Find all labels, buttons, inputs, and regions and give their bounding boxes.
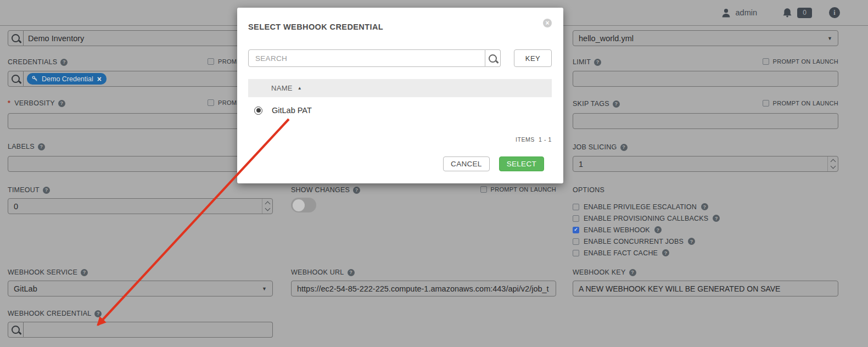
webhook-credential-lookup-button[interactable] xyxy=(8,322,24,338)
timeout-label: TIMEOUT xyxy=(8,186,50,194)
credentials-input[interactable]: Demo Credential × xyxy=(24,71,273,87)
step-down-icon[interactable] xyxy=(830,164,836,169)
sort-ascending-icon[interactable]: ▲ xyxy=(298,86,302,91)
option-enable-privilege-escalation[interactable]: ENABLE PRIVILEGE ESCALATION xyxy=(573,201,720,212)
help-icon[interactable] xyxy=(594,59,601,66)
prompt-checkbox[interactable] xyxy=(208,58,214,65)
select-webhook-credential-modal: SELECT WEBHOOK CREDENTIAL × KEY NAME ▲ G… xyxy=(237,8,563,183)
credential-name: GitLab PAT xyxy=(272,106,312,115)
help-icon[interactable] xyxy=(701,203,708,210)
help-icon[interactable] xyxy=(81,269,88,276)
help-icon[interactable] xyxy=(662,249,669,256)
webhook-url-label: WEBHOOK URL xyxy=(291,268,355,276)
webhook-credential-input[interactable] xyxy=(24,322,273,338)
select-button[interactable]: SELECT xyxy=(499,156,544,171)
checkbox[interactable] xyxy=(573,215,579,222)
webhook-url-value: https://ec2-54-85-222-225.compute-1.amaz… xyxy=(291,281,556,296)
option-enable-concurrent-jobs[interactable]: ENABLE CONCURRENT JOBS xyxy=(573,236,720,247)
user-menu[interactable]: admin xyxy=(721,8,758,18)
option-enable-fact-cache[interactable]: ENABLE FACT CACHE xyxy=(573,247,720,259)
timeout-input[interactable] xyxy=(8,198,273,214)
info-icon[interactable]: i xyxy=(829,7,840,18)
show-changes-prompt-on-launch: PROMPT ON LAUNCH xyxy=(480,186,557,193)
help-icon[interactable] xyxy=(60,59,68,66)
webhook-service-label: WEBHOOK SERVICE xyxy=(8,268,88,276)
webhook-credential-label: WEBHOOK CREDENTIAL xyxy=(8,310,102,317)
chevron-down-icon: ▼ xyxy=(827,36,832,41)
name-column-header[interactable]: NAME xyxy=(271,84,293,92)
help-icon[interactable] xyxy=(43,187,50,194)
webhook-service-select[interactable]: GitLab ▼ xyxy=(8,281,273,296)
help-icon[interactable] xyxy=(654,226,662,233)
search-icon xyxy=(12,34,20,42)
help-icon[interactable] xyxy=(353,187,360,194)
notifications-button[interactable] xyxy=(782,8,792,18)
remove-tag-icon[interactable]: × xyxy=(97,75,102,83)
key-button[interactable]: KEY xyxy=(514,49,552,67)
verbosity-select[interactable] xyxy=(8,113,273,129)
bell-icon xyxy=(782,8,792,18)
inventory-lookup-button[interactable] xyxy=(8,30,24,46)
credential-row[interactable]: GitLab PAT xyxy=(248,102,552,119)
help-icon[interactable] xyxy=(38,143,45,150)
key-icon xyxy=(32,76,38,82)
cancel-button[interactable]: CANCEL xyxy=(443,156,490,171)
show-changes-label: SHOW CHANGES xyxy=(291,186,360,194)
chevron-down-icon: ▼ xyxy=(262,286,267,292)
checkbox[interactable] xyxy=(573,227,579,233)
job-slicing-label: JOB SLICING xyxy=(573,143,628,151)
checkbox[interactable] xyxy=(573,204,579,210)
help-icon[interactable] xyxy=(613,100,620,108)
limit-input[interactable] xyxy=(573,71,838,87)
prompt-checkbox[interactable] xyxy=(763,100,769,107)
options-checkbox-list: ENABLE PRIVILEGE ESCALATION ENABLE PROVI… xyxy=(573,201,720,259)
help-icon[interactable] xyxy=(94,310,102,317)
job-slicing-field-group xyxy=(573,156,838,172)
credential-tag[interactable]: Demo Credential × xyxy=(27,73,107,85)
number-stepper[interactable] xyxy=(262,199,272,214)
prompt-checkbox[interactable] xyxy=(763,58,769,65)
help-icon[interactable] xyxy=(629,269,636,276)
skip-tags-prompt-on-launch: PROMPT ON LAUNCH xyxy=(763,100,839,107)
close-icon[interactable]: × xyxy=(543,19,552,27)
options-label: OPTIONS xyxy=(573,186,604,194)
step-down-icon[interactable] xyxy=(265,206,270,211)
option-enable-webhook[interactable]: ENABLE WEBHOOK xyxy=(573,224,720,236)
checkbox[interactable] xyxy=(573,238,579,245)
skip-tags-input[interactable] xyxy=(573,113,838,129)
skip-tags-label: SKIP TAGS xyxy=(573,100,620,108)
playbook-select[interactable]: hello_world.yml ▼ xyxy=(573,30,838,46)
help-icon[interactable] xyxy=(620,144,628,151)
prompt-checkbox[interactable] xyxy=(208,99,214,106)
show-changes-toggle[interactable] xyxy=(291,198,316,212)
search-icon xyxy=(489,54,497,63)
webhook-key-label: WEBHOOK KEY xyxy=(573,268,636,276)
help-icon[interactable] xyxy=(713,215,720,222)
notification-count-badge[interactable]: 0 xyxy=(797,8,812,18)
inventory-field-group xyxy=(8,30,273,46)
modal-title: SELECT WEBHOOK CREDENTIAL xyxy=(248,23,383,31)
help-icon[interactable] xyxy=(58,100,65,107)
help-icon[interactable] xyxy=(688,238,695,245)
labels-label: LABELS xyxy=(8,143,45,150)
inventory-input[interactable] xyxy=(24,30,273,46)
modal-search-input[interactable] xyxy=(248,49,485,67)
timeout-field-group xyxy=(8,198,273,214)
labels-input[interactable] xyxy=(8,156,273,172)
user-icon xyxy=(721,8,731,18)
search-icon xyxy=(12,326,20,334)
limit-label: LIMIT xyxy=(573,58,601,66)
option-enable-provisioning-callbacks[interactable]: ENABLE PROVISIONING CALLBACKS xyxy=(573,212,720,224)
modal-search-button[interactable] xyxy=(485,49,501,67)
items-range: ITEMS 1 - 1 xyxy=(516,136,552,143)
prompt-checkbox[interactable] xyxy=(480,186,487,193)
number-stepper[interactable] xyxy=(827,156,838,171)
username-label: admin xyxy=(736,8,758,17)
help-icon[interactable] xyxy=(348,269,355,276)
credentials-lookup-button[interactable] xyxy=(8,71,24,87)
modal-actions: CANCEL SELECT xyxy=(443,156,544,171)
list-header: NAME ▲ xyxy=(248,79,552,97)
job-slicing-input[interactable] xyxy=(573,156,838,172)
radio-selected[interactable] xyxy=(254,107,262,115)
checkbox[interactable] xyxy=(573,250,579,256)
